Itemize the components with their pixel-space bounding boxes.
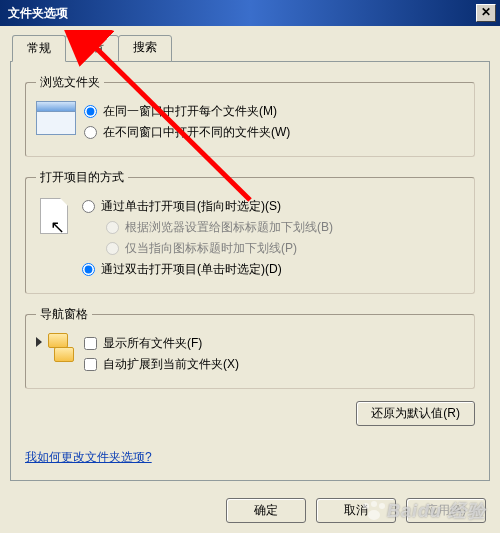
group-nav-legend: 导航窗格	[36, 306, 92, 323]
tab-strip: 常规 查看 搜索	[12, 34, 490, 61]
check-show-all-folders-input[interactable]	[84, 337, 97, 350]
tab-view[interactable]: 查看	[65, 35, 119, 62]
radio-single-click-input[interactable]	[82, 200, 95, 213]
paw-icon	[363, 503, 385, 521]
radio-same-window-label: 在同一窗口中打开每个文件夹(M)	[103, 102, 277, 120]
radio-new-window[interactable]: 在不同窗口中打开不同的文件夹(W)	[84, 123, 464, 141]
client-area: 常规 查看 搜索 浏览文件夹 在同一窗口中打开每个文件夹(M) 在不同窗口中打开…	[0, 26, 500, 533]
check-auto-expand[interactable]: 自动扩展到当前文件夹(X)	[84, 355, 464, 373]
radio-double-click-label: 通过双击打开项目(单击时选定)(D)	[101, 260, 282, 278]
radio-underline-browser: 根据浏览器设置给图标标题加下划线(B)	[106, 218, 464, 236]
radio-double-click-input[interactable]	[82, 263, 95, 276]
radio-underline-hover: 仅当指向图标标题时加下划线(P)	[106, 239, 464, 257]
help-link[interactable]: 我如何更改文件夹选项?	[25, 449, 152, 466]
radio-same-window[interactable]: 在同一窗口中打开每个文件夹(M)	[84, 102, 464, 120]
check-show-all-folders[interactable]: 显示所有文件夹(F)	[84, 334, 464, 352]
radio-underline-browser-label: 根据浏览器设置给图标标题加下划线(B)	[125, 218, 333, 236]
window-title: 文件夹选项	[8, 5, 476, 22]
restore-defaults-button[interactable]: 还原为默认值(R)	[356, 401, 475, 426]
radio-underline-hover-label: 仅当指向图标标题时加下划线(P)	[125, 239, 297, 257]
check-auto-expand-label: 自动扩展到当前文件夹(X)	[103, 355, 239, 373]
group-click-items: 打开项目的方式 ↖ 通过单击打开项目(指向时选定)(S) 根据浏览器设置给图标标…	[25, 169, 475, 294]
radio-same-window-input[interactable]	[84, 105, 97, 118]
group-nav-pane: 导航窗格 显示所有文件夹(F) 自动扩展到当前文件夹(X)	[25, 306, 475, 389]
radio-underline-hover-input	[106, 242, 119, 255]
watermark: Baidu 经验	[357, 497, 492, 525]
radio-new-window-label: 在不同窗口中打开不同的文件夹(W)	[103, 123, 290, 141]
tab-panel-general: 浏览文件夹 在同一窗口中打开每个文件夹(M) 在不同窗口中打开不同的文件夹(W)	[10, 61, 490, 481]
ok-button[interactable]: 确定	[226, 498, 306, 523]
tab-search[interactable]: 搜索	[118, 35, 172, 62]
radio-underline-browser-input	[106, 221, 119, 234]
group-browse-legend: 浏览文件夹	[36, 74, 104, 91]
group-click-legend: 打开项目的方式	[36, 169, 128, 186]
restore-row: 还原为默认值(R)	[25, 401, 475, 426]
radio-single-click[interactable]: 通过单击打开项目(指向时选定)(S)	[82, 197, 464, 215]
title-bar: 文件夹选项 ✕	[0, 0, 500, 26]
radio-single-click-label: 通过单击打开项目(指向时选定)(S)	[101, 197, 281, 215]
tab-general[interactable]: 常规	[12, 35, 66, 62]
click-cursor-icon: ↖	[36, 198, 74, 244]
radio-double-click[interactable]: 通过双击打开项目(单击时选定)(D)	[82, 260, 464, 278]
check-auto-expand-input[interactable]	[84, 358, 97, 371]
group-browse-folders: 浏览文件夹 在同一窗口中打开每个文件夹(M) 在不同窗口中打开不同的文件夹(W)	[25, 74, 475, 157]
check-show-all-folders-label: 显示所有文件夹(F)	[103, 334, 202, 352]
close-button[interactable]: ✕	[476, 4, 496, 22]
browse-window-icon	[36, 101, 76, 135]
nav-folders-icon	[36, 333, 76, 369]
radio-new-window-input[interactable]	[84, 126, 97, 139]
